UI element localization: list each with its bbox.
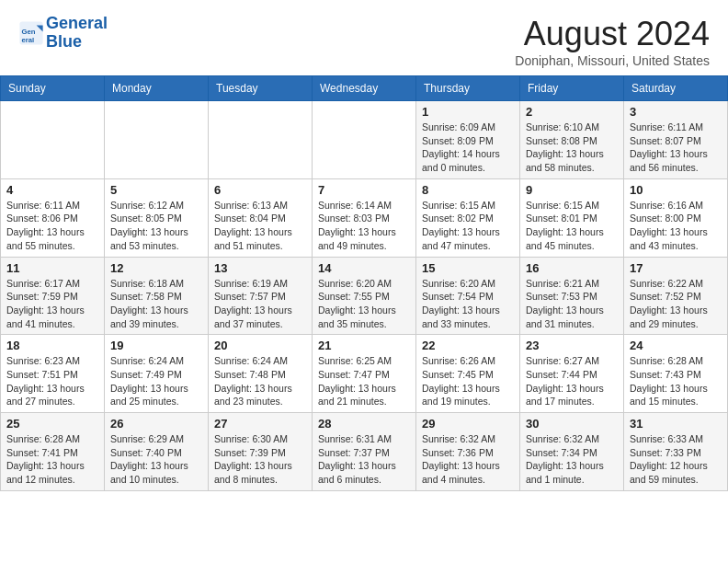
day-detail: Sunrise: 6:32 AM Sunset: 7:34 PM Dayligh… <box>526 432 618 487</box>
month-title: August 2024 <box>515 15 710 53</box>
day-number: 14 <box>318 261 410 275</box>
calendar-cell: 30Sunrise: 6:32 AM Sunset: 7:34 PM Dayli… <box>520 413 624 491</box>
calendar-week-1: 1Sunrise: 6:09 AM Sunset: 8:09 PM Daylig… <box>1 101 728 179</box>
weekday-header-tuesday: Tuesday <box>209 76 313 101</box>
calendar: SundayMondayTuesdayWednesdayThursdayFrid… <box>0 75 728 491</box>
weekday-header-sunday: Sunday <box>1 76 105 101</box>
day-number: 5 <box>110 183 202 197</box>
day-detail: Sunrise: 6:27 AM Sunset: 7:44 PM Dayligh… <box>526 354 618 408</box>
day-detail: Sunrise: 6:20 AM Sunset: 7:54 PM Dayligh… <box>422 277 514 331</box>
day-detail: Sunrise: 6:23 AM Sunset: 7:51 PM Dayligh… <box>6 354 98 408</box>
day-number: 30 <box>526 417 618 431</box>
day-detail: Sunrise: 6:15 AM Sunset: 8:02 PM Dayligh… <box>422 199 514 253</box>
page-header: Gen eral General Blue August 2024 Doniph… <box>0 0 728 75</box>
weekday-header-wednesday: Wednesday <box>313 76 416 101</box>
calendar-cell: 2Sunrise: 6:10 AM Sunset: 8:08 PM Daylig… <box>520 101 624 179</box>
calendar-cell: 5Sunrise: 6:12 AM Sunset: 8:05 PM Daylig… <box>105 178 209 257</box>
calendar-cell: 9Sunrise: 6:15 AM Sunset: 8:01 PM Daylig… <box>520 178 624 257</box>
calendar-week-3: 11Sunrise: 6:17 AM Sunset: 7:59 PM Dayli… <box>1 257 728 335</box>
day-number: 1 <box>422 105 514 119</box>
calendar-cell: 19Sunrise: 6:24 AM Sunset: 7:49 PM Dayli… <box>105 335 209 413</box>
day-number: 28 <box>318 417 410 431</box>
calendar-week-4: 18Sunrise: 6:23 AM Sunset: 7:51 PM Dayli… <box>1 335 728 413</box>
weekday-header-row: SundayMondayTuesdayWednesdayThursdayFrid… <box>1 76 728 101</box>
day-detail: Sunrise: 6:14 AM Sunset: 8:03 PM Dayligh… <box>318 199 410 253</box>
day-detail: Sunrise: 6:21 AM Sunset: 7:53 PM Dayligh… <box>526 277 618 331</box>
day-detail: Sunrise: 6:25 AM Sunset: 7:47 PM Dayligh… <box>318 354 410 408</box>
calendar-cell: 16Sunrise: 6:21 AM Sunset: 7:53 PM Dayli… <box>520 257 624 335</box>
title-area: August 2024 Doniphan, Missouri, United S… <box>515 15 710 68</box>
day-number: 22 <box>422 339 514 352</box>
calendar-cell <box>313 101 416 179</box>
day-number: 20 <box>214 339 306 352</box>
calendar-cell: 21Sunrise: 6:25 AM Sunset: 7:47 PM Dayli… <box>313 335 416 413</box>
day-number: 15 <box>422 261 514 275</box>
calendar-cell: 12Sunrise: 6:18 AM Sunset: 7:58 PM Dayli… <box>105 257 209 335</box>
calendar-cell: 22Sunrise: 6:26 AM Sunset: 7:45 PM Dayli… <box>416 335 520 413</box>
logo-text: General Blue <box>46 15 108 52</box>
day-number: 21 <box>318 339 410 352</box>
day-number: 6 <box>214 183 306 197</box>
calendar-cell: 7Sunrise: 6:14 AM Sunset: 8:03 PM Daylig… <box>313 178 416 257</box>
day-detail: Sunrise: 6:18 AM Sunset: 7:58 PM Dayligh… <box>110 277 202 331</box>
day-number: 13 <box>214 261 306 275</box>
day-number: 2 <box>526 105 618 119</box>
day-detail: Sunrise: 6:32 AM Sunset: 7:36 PM Dayligh… <box>422 432 514 487</box>
day-detail: Sunrise: 6:28 AM Sunset: 7:43 PM Dayligh… <box>630 354 722 408</box>
day-detail: Sunrise: 6:19 AM Sunset: 7:57 PM Dayligh… <box>214 277 306 331</box>
day-number: 9 <box>526 183 618 197</box>
day-detail: Sunrise: 6:12 AM Sunset: 8:05 PM Dayligh… <box>110 199 202 253</box>
calendar-week-2: 4Sunrise: 6:11 AM Sunset: 8:06 PM Daylig… <box>1 178 728 257</box>
day-detail: Sunrise: 6:24 AM Sunset: 7:48 PM Dayligh… <box>214 354 306 408</box>
calendar-cell: 4Sunrise: 6:11 AM Sunset: 8:06 PM Daylig… <box>1 178 105 257</box>
day-number: 25 <box>6 417 98 431</box>
calendar-cell: 18Sunrise: 6:23 AM Sunset: 7:51 PM Dayli… <box>1 335 105 413</box>
calendar-cell <box>1 101 105 179</box>
day-detail: Sunrise: 6:22 AM Sunset: 7:52 PM Dayligh… <box>630 277 722 331</box>
calendar-cell <box>105 101 209 179</box>
day-detail: Sunrise: 6:30 AM Sunset: 7:39 PM Dayligh… <box>214 432 306 487</box>
day-number: 19 <box>110 339 202 352</box>
day-number: 10 <box>630 183 722 197</box>
day-number: 31 <box>630 417 722 431</box>
day-number: 18 <box>6 339 98 352</box>
weekday-header-thursday: Thursday <box>416 76 520 101</box>
day-number: 11 <box>6 261 98 275</box>
calendar-cell: 1Sunrise: 6:09 AM Sunset: 8:09 PM Daylig… <box>416 101 520 179</box>
day-number: 12 <box>110 261 202 275</box>
day-number: 16 <box>526 261 618 275</box>
day-detail: Sunrise: 6:11 AM Sunset: 8:06 PM Dayligh… <box>6 199 98 253</box>
calendar-cell: 15Sunrise: 6:20 AM Sunset: 7:54 PM Dayli… <box>416 257 520 335</box>
calendar-cell: 31Sunrise: 6:33 AM Sunset: 7:33 PM Dayli… <box>624 413 728 491</box>
day-number: 8 <box>422 183 514 197</box>
calendar-cell: 24Sunrise: 6:28 AM Sunset: 7:43 PM Dayli… <box>624 335 728 413</box>
logo-icon: Gen eral <box>18 20 44 46</box>
svg-text:Gen: Gen <box>22 28 36 36</box>
calendar-cell: 8Sunrise: 6:15 AM Sunset: 8:02 PM Daylig… <box>416 178 520 257</box>
day-detail: Sunrise: 6:16 AM Sunset: 8:00 PM Dayligh… <box>630 199 722 253</box>
svg-text:eral: eral <box>22 36 35 44</box>
day-detail: Sunrise: 6:29 AM Sunset: 7:40 PM Dayligh… <box>110 432 202 487</box>
calendar-cell: 6Sunrise: 6:13 AM Sunset: 8:04 PM Daylig… <box>209 178 313 257</box>
day-number: 26 <box>110 417 202 431</box>
calendar-cell <box>209 101 313 179</box>
calendar-cell: 3Sunrise: 6:11 AM Sunset: 8:07 PM Daylig… <box>624 101 728 179</box>
calendar-cell: 17Sunrise: 6:22 AM Sunset: 7:52 PM Dayli… <box>624 257 728 335</box>
day-detail: Sunrise: 6:31 AM Sunset: 7:37 PM Dayligh… <box>318 432 410 487</box>
day-detail: Sunrise: 6:33 AM Sunset: 7:33 PM Dayligh… <box>630 432 722 487</box>
day-detail: Sunrise: 6:24 AM Sunset: 7:49 PM Dayligh… <box>110 354 202 408</box>
calendar-cell: 14Sunrise: 6:20 AM Sunset: 7:55 PM Dayli… <box>313 257 416 335</box>
day-number: 29 <box>422 417 514 431</box>
day-number: 24 <box>630 339 722 352</box>
day-detail: Sunrise: 6:17 AM Sunset: 7:59 PM Dayligh… <box>6 277 98 331</box>
location: Doniphan, Missouri, United States <box>515 53 710 68</box>
calendar-cell: 13Sunrise: 6:19 AM Sunset: 7:57 PM Dayli… <box>209 257 313 335</box>
calendar-cell: 23Sunrise: 6:27 AM Sunset: 7:44 PM Dayli… <box>520 335 624 413</box>
calendar-cell: 27Sunrise: 6:30 AM Sunset: 7:39 PM Dayli… <box>209 413 313 491</box>
day-number: 3 <box>630 105 722 119</box>
calendar-week-5: 25Sunrise: 6:28 AM Sunset: 7:41 PM Dayli… <box>1 413 728 491</box>
weekday-header-friday: Friday <box>520 76 624 101</box>
weekday-header-saturday: Saturday <box>624 76 728 101</box>
day-number: 7 <box>318 183 410 197</box>
day-detail: Sunrise: 6:28 AM Sunset: 7:41 PM Dayligh… <box>6 432 98 487</box>
